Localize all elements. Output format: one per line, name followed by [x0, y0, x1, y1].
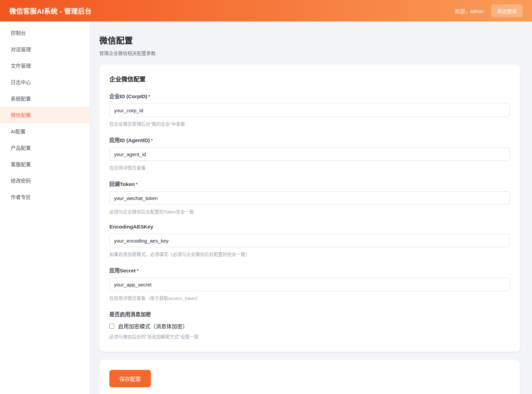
app-secret-label: 应用Secret* — [109, 266, 510, 274]
header-user-area: 欢迎，admin 退出登录 — [455, 4, 523, 17]
app-secret-label-text: 应用Secret — [109, 268, 136, 273]
corp-id-hint: 在企业微信管理后台"我的企业"中查看 — [109, 120, 510, 127]
encoding-aes-key-label-text: EncodingAESKey — [109, 224, 153, 229]
sidebar-item-ai-config[interactable]: AI配置 — [0, 123, 90, 140]
corp-id-label-text: 企业ID (CorpID) — [109, 93, 147, 99]
required-asterisk: * — [148, 93, 150, 99]
app-secret-field: 应用Secret* 在应用详情页查看（用于获取access_token） — [109, 266, 510, 301]
callback-token-label-text: 回调Token — [109, 181, 135, 187]
agent-id-label-text: 应用ID (AgentID) — [109, 137, 150, 143]
welcome-text: 欢迎，admin — [455, 7, 484, 14]
app-secret-hint: 在应用详情页查看（用于获取access_token） — [109, 294, 510, 301]
save-card: 保存配置 — [99, 360, 520, 394]
sidebar: 控制台 对话管理 文件管理 日志中心 系统配置 微信配置 AI配置 产品配置 客… — [0, 21, 90, 394]
wechat-config-card: 企业微信配置 企业ID (CorpID)* 在企业微信管理后台"我的企业"中查看… — [99, 64, 520, 352]
encoding-aes-key-hint: 如果启用加密模式，必须填写（必须与企业微信后台配置的完全一致） — [109, 251, 510, 257]
app-header: 微信客服AI系统 - 管理后台 欢迎，admin 退出登录 — [0, 0, 532, 21]
agent-id-input[interactable] — [109, 147, 510, 161]
app-secret-input[interactable] — [109, 278, 510, 291]
agent-id-label: 应用ID (AgentID)* — [109, 136, 510, 143]
agent-id-hint: 在应用详情页查看 — [109, 164, 510, 171]
callback-token-hint: 必须与企业微信后台配置的Token完全一致 — [109, 208, 510, 215]
sidebar-item-system-config[interactable]: 系统配置 — [0, 90, 90, 107]
agent-id-field: 应用ID (AgentID)* 在应用详情页查看 — [109, 136, 510, 171]
main-layout: 控制台 对话管理 文件管理 日志中心 系统配置 微信配置 AI配置 产品配置 客… — [0, 21, 532, 394]
app-title: 微信客服AI系统 - 管理后台 — [9, 6, 92, 16]
encryption-checkbox-label: 启用加密模式（消息体加密） — [118, 322, 188, 330]
page-subtitle: 管理企业微信相关配置参数 — [99, 50, 520, 56]
sidebar-item-files[interactable]: 文件管理 — [0, 58, 90, 74]
encryption-hint: 必须与微信后台的"消息加解密方式"设置一致 — [109, 333, 510, 340]
sidebar-item-wechat-config[interactable]: 微信配置 — [0, 107, 90, 123]
encoding-aes-key-field: EncodingAESKey 如果启用加密模式，必须填写（必须与企业微信后台配置… — [109, 224, 510, 257]
logout-button[interactable]: 退出登录 — [491, 4, 523, 17]
encryption-checkbox[interactable] — [109, 324, 114, 329]
required-asterisk: * — [137, 268, 139, 273]
sidebar-item-author-zone[interactable]: 作者专区 — [0, 189, 90, 205]
page-title: 微信配置 — [99, 34, 520, 46]
sidebar-item-conversations[interactable]: 对话管理 — [0, 41, 90, 58]
sidebar-item-logs[interactable]: 日志中心 — [0, 74, 90, 90]
encoding-aes-key-input[interactable] — [109, 234, 510, 247]
section-title: 企业微信配置 — [109, 74, 510, 83]
sidebar-item-product-config[interactable]: 产品配置 — [0, 140, 90, 156]
sidebar-item-change-password[interactable]: 修改密码 — [0, 173, 90, 189]
corp-id-label: 企业ID (CorpID)* — [109, 92, 510, 100]
callback-token-input[interactable] — [109, 191, 510, 205]
callback-token-label: 回调Token* — [109, 180, 510, 187]
content-area: 微信配置 管理企业微信相关配置参数 企业微信配置 企业ID (CorpID)* … — [90, 21, 532, 394]
required-asterisk: * — [136, 181, 138, 187]
encryption-checkbox-row[interactable]: 启用加密模式（消息体加密） — [109, 322, 510, 330]
encoding-aes-key-label: EncodingAESKey — [109, 224, 510, 230]
corp-id-field: 企业ID (CorpID)* 在企业微信管理后台"我的企业"中查看 — [109, 92, 510, 127]
encryption-group: 是否启用消息加密 启用加密模式（消息体加密） 必须与微信后台的"消息加解密方式"… — [109, 310, 510, 340]
sidebar-item-service-config[interactable]: 客服配置 — [0, 156, 90, 173]
encryption-group-label: 是否启用消息加密 — [109, 310, 510, 318]
sidebar-item-dashboard[interactable]: 控制台 — [0, 25, 90, 41]
callback-token-field: 回调Token* 必须与企业微信后台配置的Token完全一致 — [109, 180, 510, 215]
corp-id-input[interactable] — [109, 104, 510, 117]
required-asterisk: * — [151, 137, 153, 143]
save-config-button[interactable]: 保存配置 — [109, 370, 151, 387]
